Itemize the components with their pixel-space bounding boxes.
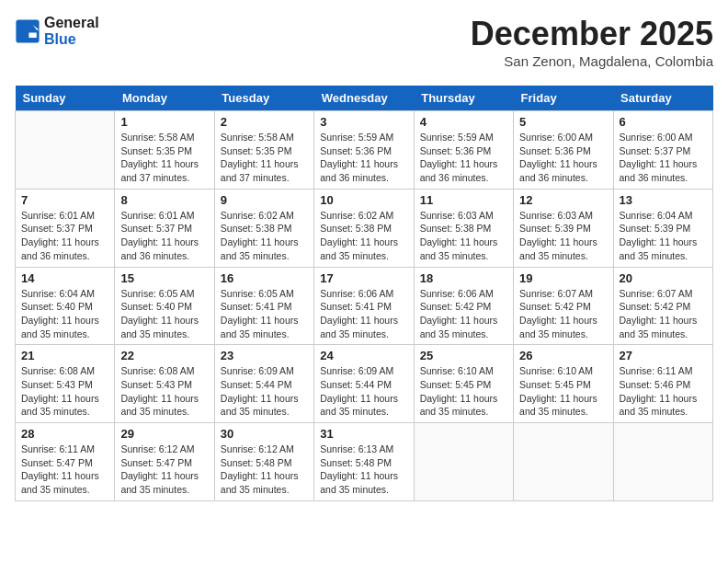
calendar-cell: 8Sunrise: 6:01 AMSunset: 5:37 PMDaylight… [115,189,214,267]
cell-info: Sunrise: 6:09 AMSunset: 5:44 PMDaylight:… [320,364,407,419]
weekday-header-tuesday: Tuesday [214,86,313,111]
calendar-cell: 31Sunrise: 6:13 AMSunset: 5:48 PMDayligh… [314,423,414,501]
cell-date: 16 [221,271,308,285]
cell-info: Sunrise: 6:01 AMSunset: 5:37 PMDaylight:… [120,209,208,263]
weekday-header-wednesday: Wednesday [314,86,414,111]
cell-date: 2 [221,115,308,129]
cell-info: Sunrise: 5:58 AMSunset: 5:35 PMDaylight:… [221,131,308,185]
cell-info: Sunrise: 5:58 AMSunset: 5:35 PMDaylight:… [120,131,208,185]
cell-date: 11 [420,193,507,207]
weekday-header-saturday: Saturday [613,86,712,111]
weekday-header-monday: Monday [115,86,214,111]
cell-info: Sunrise: 6:10 AMSunset: 5:45 PMDaylight:… [420,364,507,419]
cell-info: Sunrise: 6:02 AMSunset: 5:38 PMDaylight:… [320,209,407,263]
logo-text: General Blue [44,15,99,47]
cell-info: Sunrise: 5:59 AMSunset: 5:36 PMDaylight:… [420,131,507,185]
weekday-header-thursday: Thursday [414,86,513,111]
cell-info: Sunrise: 6:13 AMSunset: 5:48 PMDaylight:… [320,442,407,497]
cell-info: Sunrise: 6:06 AMSunset: 5:42 PMDaylight:… [420,287,507,341]
cell-info: Sunrise: 6:05 AMSunset: 5:40 PMDaylight:… [120,287,208,341]
cell-info: Sunrise: 6:07 AMSunset: 5:42 PMDaylight:… [620,287,707,341]
cell-date: 26 [519,349,607,362]
cell-info: Sunrise: 6:02 AMSunset: 5:38 PMDaylight:… [221,209,308,263]
cell-date: 4 [420,115,507,129]
cell-info: Sunrise: 6:01 AMSunset: 5:37 PMDaylight:… [21,209,108,263]
calendar-cell: 11Sunrise: 6:03 AMSunset: 5:38 PMDayligh… [414,189,513,267]
cell-info: Sunrise: 6:06 AMSunset: 5:41 PMDaylight:… [320,287,407,341]
cell-info: Sunrise: 6:00 AMSunset: 5:36 PMDaylight:… [519,131,607,185]
cell-date: 7 [21,193,108,207]
calendar-cell [16,111,115,190]
calendar-cell: 22Sunrise: 6:08 AMSunset: 5:43 PMDayligh… [115,345,214,423]
calendar-cell: 17Sunrise: 6:06 AMSunset: 5:41 PMDayligh… [314,267,414,345]
calendar-cell: 5Sunrise: 6:00 AMSunset: 5:36 PMDaylight… [514,111,613,190]
cell-date: 8 [120,193,208,207]
cell-info: Sunrise: 6:12 AMSunset: 5:47 PMDaylight:… [120,442,208,497]
cell-date: 23 [221,349,308,362]
calendar-cell: 24Sunrise: 6:09 AMSunset: 5:44 PMDayligh… [314,345,414,423]
cell-date: 31 [320,427,407,441]
cell-date: 30 [221,427,308,441]
cell-info: Sunrise: 6:04 AMSunset: 5:39 PMDaylight:… [620,209,707,263]
cell-info: Sunrise: 6:00 AMSunset: 5:37 PMDaylight:… [620,131,707,185]
cell-info: Sunrise: 6:05 AMSunset: 5:41 PMDaylight:… [221,287,308,341]
cell-date: 24 [320,349,407,362]
calendar-cell: 30Sunrise: 6:12 AMSunset: 5:48 PMDayligh… [214,423,313,501]
calendar-cell [613,423,712,501]
cell-date: 10 [320,193,407,207]
cell-info: Sunrise: 5:59 AMSunset: 5:36 PMDaylight:… [320,131,407,185]
calendar-cell: 6Sunrise: 6:00 AMSunset: 5:37 PMDaylight… [613,111,712,190]
weekday-header-friday: Friday [514,86,613,111]
cell-date: 22 [120,349,208,362]
cell-info: Sunrise: 6:03 AMSunset: 5:38 PMDaylight:… [420,209,507,263]
cell-date: 20 [620,271,707,285]
cell-date: 1 [120,115,208,129]
calendar-cell: 27Sunrise: 6:11 AMSunset: 5:46 PMDayligh… [613,345,712,423]
calendar-cell [514,423,613,501]
calendar-table: SundayMondayTuesdayWednesdayThursdayFrid… [15,86,713,501]
calendar-cell: 1Sunrise: 5:58 AMSunset: 5:35 PMDaylight… [115,111,214,190]
cell-date: 13 [620,193,707,207]
calendar-cell: 21Sunrise: 6:08 AMSunset: 5:43 PMDayligh… [16,345,115,423]
calendar-cell: 15Sunrise: 6:05 AMSunset: 5:40 PMDayligh… [115,267,214,345]
location-subtitle: San Zenon, Magdalena, Colombia [471,53,713,69]
calendar-cell: 16Sunrise: 6:05 AMSunset: 5:41 PMDayligh… [214,267,313,345]
calendar-cell [414,423,513,501]
cell-date: 5 [519,115,607,129]
cell-info: Sunrise: 6:03 AMSunset: 5:39 PMDaylight:… [519,209,607,263]
calendar-cell: 9Sunrise: 6:02 AMSunset: 5:38 PMDaylight… [214,189,313,267]
calendar-cell: 18Sunrise: 6:06 AMSunset: 5:42 PMDayligh… [414,267,513,345]
calendar-cell: 14Sunrise: 6:04 AMSunset: 5:40 PMDayligh… [16,267,115,345]
logo-icon [15,18,40,44]
calendar-cell: 10Sunrise: 6:02 AMSunset: 5:38 PMDayligh… [314,189,414,267]
cell-info: Sunrise: 6:08 AMSunset: 5:43 PMDaylight:… [120,364,208,419]
cell-date: 9 [221,193,308,207]
cell-date: 28 [21,427,108,441]
cell-date: 19 [519,271,607,285]
cell-info: Sunrise: 6:12 AMSunset: 5:48 PMDaylight:… [221,442,308,497]
cell-info: Sunrise: 6:09 AMSunset: 5:44 PMDaylight:… [221,364,308,419]
calendar-cell: 26Sunrise: 6:10 AMSunset: 5:45 PMDayligh… [514,345,613,423]
title-section: December 2025 San Zenon, Magdalena, Colo… [471,15,713,69]
calendar-cell: 7Sunrise: 6:01 AMSunset: 5:37 PMDaylight… [16,189,115,267]
cell-date: 3 [320,115,407,129]
calendar-cell: 25Sunrise: 6:10 AMSunset: 5:45 PMDayligh… [414,345,513,423]
calendar-cell: 12Sunrise: 6:03 AMSunset: 5:39 PMDayligh… [514,189,613,267]
calendar-cell: 19Sunrise: 6:07 AMSunset: 5:42 PMDayligh… [514,267,613,345]
cell-date: 15 [120,271,208,285]
cell-date: 14 [21,271,108,285]
cell-date: 18 [420,271,507,285]
cell-date: 17 [320,271,407,285]
calendar-cell: 23Sunrise: 6:09 AMSunset: 5:44 PMDayligh… [214,345,313,423]
calendar-cell: 13Sunrise: 6:04 AMSunset: 5:39 PMDayligh… [613,189,712,267]
cell-date: 27 [620,349,707,362]
weekday-header-sunday: Sunday [16,86,115,111]
calendar-cell: 29Sunrise: 6:12 AMSunset: 5:47 PMDayligh… [115,423,214,501]
cell-info: Sunrise: 6:04 AMSunset: 5:40 PMDaylight:… [21,287,108,341]
calendar-cell: 2Sunrise: 5:58 AMSunset: 5:35 PMDaylight… [214,111,313,190]
calendar-cell: 28Sunrise: 6:11 AMSunset: 5:47 PMDayligh… [16,423,115,501]
cell-info: Sunrise: 6:11 AMSunset: 5:47 PMDaylight:… [21,442,108,497]
cell-date: 29 [120,427,208,441]
svg-rect-0 [16,19,39,42]
calendar-cell: 20Sunrise: 6:07 AMSunset: 5:42 PMDayligh… [613,267,712,345]
